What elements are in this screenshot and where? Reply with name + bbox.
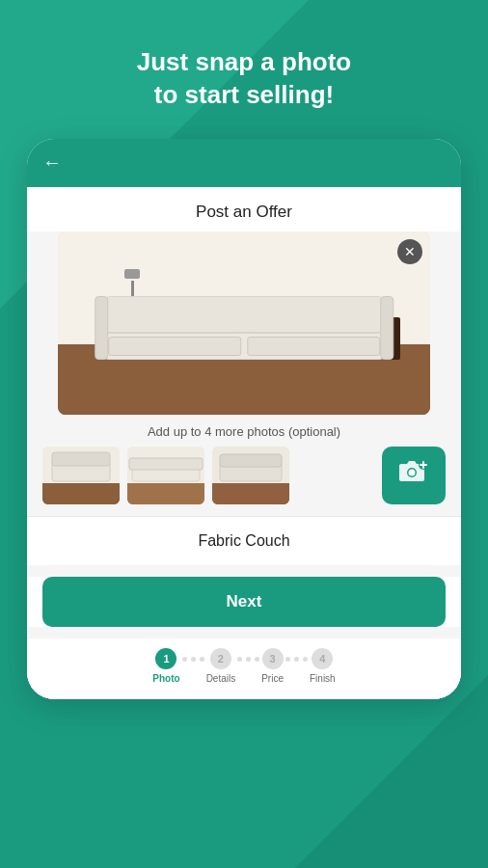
dot6	[255, 657, 259, 662]
main-image-container: ✕	[58, 231, 430, 415]
step-details: 2 Details	[206, 648, 236, 684]
topbar: ←	[27, 139, 461, 187]
svg-point-13	[409, 470, 416, 476]
connector-3	[284, 657, 310, 675]
thumbnail-2[interactable]	[127, 447, 204, 504]
back-button[interactable]: ←	[42, 151, 62, 174]
step-label-2: Details	[206, 673, 236, 684]
step-circle-3: 3	[262, 648, 284, 669]
dot7	[285, 657, 290, 662]
couch-arm-right	[380, 296, 393, 360]
stepper: 1 Photo 2 Details 3 Price	[27, 638, 461, 699]
step-circle-4: 4	[312, 648, 333, 669]
connector-1	[180, 657, 206, 675]
svg-rect-5	[127, 483, 204, 504]
main-image	[58, 231, 430, 415]
card-body: Post an Offer	[27, 187, 461, 699]
header-line2: to start selling!	[154, 80, 334, 109]
thumbnail-1[interactable]	[42, 447, 120, 504]
header-title: Just snap a photo to start selling!	[0, 46, 488, 112]
step-label-4: Finish	[310, 673, 336, 684]
bg-triangle-bottom	[295, 675, 488, 868]
step-circle-2: 2	[210, 648, 231, 669]
step-finish: 4 Finish	[310, 648, 336, 684]
dot4	[237, 657, 242, 662]
thumbnail-row	[27, 447, 461, 516]
couch-arm-left	[95, 296, 108, 360]
item-name-field[interactable]: Fabric Couch	[27, 516, 461, 565]
step-label-3: Price	[261, 673, 284, 684]
dot1	[182, 657, 187, 662]
step-price: 3 Price	[261, 648, 284, 684]
step-photo: 1 Photo	[152, 648, 179, 684]
lamp-head	[124, 269, 140, 279]
camera-plus-icon	[397, 458, 430, 492]
svg-rect-3	[52, 452, 110, 466]
remove-image-button[interactable]: ✕	[397, 239, 422, 264]
add-photo-button[interactable]	[382, 447, 446, 504]
header-section: Just snap a photo to start selling!	[0, 0, 488, 112]
connector-2	[235, 657, 261, 675]
next-button[interactable]: Next	[42, 577, 446, 627]
step-label-1: Photo	[152, 673, 179, 684]
add-photos-label: Add up to 4 more photos (optional)	[27, 415, 461, 447]
dot5	[246, 657, 251, 662]
couch-arms	[95, 296, 393, 360]
page-title: Post an Offer	[27, 187, 461, 231]
svg-rect-11	[220, 454, 282, 467]
dot8	[294, 657, 299, 662]
dot9	[303, 657, 308, 662]
header-line1: Just snap a photo	[137, 47, 351, 76]
step-circle-1: 1	[155, 648, 176, 669]
dot3	[200, 657, 204, 662]
thumbnail-3[interactable]	[212, 447, 289, 504]
phone-card: ← Post an Offer	[27, 139, 461, 699]
svg-rect-7	[129, 458, 203, 470]
svg-rect-1	[42, 483, 120, 504]
dot2	[191, 657, 196, 662]
svg-rect-9	[212, 483, 289, 504]
couch	[104, 296, 384, 360]
